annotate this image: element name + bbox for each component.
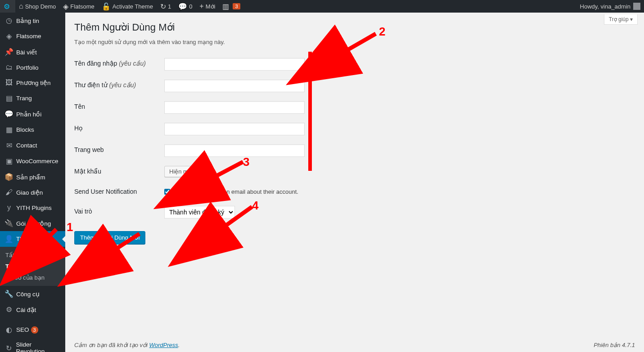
content-area: Trợ giúp ▾ Thêm Người Dùng Mới Tạo một n… xyxy=(65,13,644,352)
update-icon: ↻ xyxy=(160,2,166,11)
sidebar-sub-profile[interactable]: Hồ sơ của bạn xyxy=(0,272,65,283)
sidebar-item-media[interactable]: 🖼Phương tiện xyxy=(0,75,65,90)
vc-badge: 3 xyxy=(233,3,240,9)
wrench-icon: 🔧 xyxy=(5,290,14,298)
new-content-menu[interactable]: +Mới xyxy=(196,0,219,13)
activate-theme-menu[interactable]: 🔓Activate Theme xyxy=(98,0,157,13)
role-label: Vai trò xyxy=(74,208,92,215)
sidebar-item-yith[interactable]: yYITH Plugins xyxy=(0,200,65,215)
sidebar-item-flatsome[interactable]: ◈Flatsome xyxy=(0,28,65,44)
vc-icon: ▥ xyxy=(222,2,229,11)
username-input[interactable] xyxy=(164,58,305,71)
blocks-icon: ▦ xyxy=(5,125,14,134)
firstname-label: Tên xyxy=(74,103,85,110)
wp-logo-menu[interactable]: ⚙ xyxy=(0,0,15,13)
sidebar-item-plugins[interactable]: 🔌Gói mở rộng xyxy=(0,215,65,231)
footer: Cảm ơn bạn đã khởi tạo với WordPress. Ph… xyxy=(74,342,635,348)
sidebar-item-blocks[interactable]: ▦Blocks xyxy=(0,122,65,138)
flatsome-icon: ◈ xyxy=(5,32,14,40)
sidebar-item-posts[interactable]: 📌Bài viết xyxy=(0,44,65,60)
website-label: Trang web xyxy=(74,146,104,153)
sidebar-item-tools[interactable]: 🔧Công cụ xyxy=(0,286,65,302)
site-name: Shop Demo xyxy=(25,3,56,10)
page-icon: ▤ xyxy=(5,94,14,102)
sidebar-item-contact[interactable]: ✉Contact xyxy=(0,138,65,153)
sidebar-item-slider[interactable]: ↻Slider Revolution xyxy=(0,338,65,352)
website-input[interactable] xyxy=(164,144,305,157)
seo-icon: ◐ xyxy=(5,325,14,334)
submit-button[interactable]: Thêm Người Dùng Mới xyxy=(74,231,145,244)
password-label: Mật khẩu xyxy=(74,168,101,175)
slider-icon: ↻ xyxy=(5,344,14,352)
user-icon: 👤 xyxy=(5,235,14,243)
sidebar-sub-add-new[interactable]: Thêm mới xyxy=(0,261,65,272)
dashboard-icon: ◷ xyxy=(5,16,14,25)
page-title: Thêm Người Dùng Mới xyxy=(74,22,635,33)
comments-menu[interactable]: 💬0 xyxy=(175,0,196,13)
send-notif-checkbox[interactable] xyxy=(164,189,170,195)
help-tab[interactable]: Trợ giúp ▾ xyxy=(604,14,638,25)
sidebar-item-woocommerce[interactable]: ▣WooCommerce xyxy=(0,153,65,169)
admin-sidebar: ◷Bảng tin ◈Flatsome 📌Bài viết 🗂Portfolio… xyxy=(0,13,65,352)
wordpress-link[interactable]: WordPress xyxy=(149,342,178,348)
brush-icon: 🖌 xyxy=(5,188,14,196)
comment-icon: 💬 xyxy=(5,110,14,118)
my-account-menu[interactable]: Howdy, vina_admin xyxy=(576,3,644,10)
woocommerce-icon: ▣ xyxy=(5,157,14,165)
flatsome-menu[interactable]: ◈Flatsome xyxy=(59,0,98,13)
version-text: Phiên bản 4.7.1 xyxy=(594,342,635,348)
users-submenu: Tất Cả Người Dùng Thêm mới Hồ sơ của bạn xyxy=(0,247,65,286)
vc-menu[interactable]: ▥3 xyxy=(219,0,243,13)
wordpress-icon: ⚙ xyxy=(4,2,10,11)
lastname-label: Họ xyxy=(74,125,83,132)
email-input[interactable] xyxy=(164,80,305,92)
seo-badge: 3 xyxy=(31,326,38,334)
sidebar-item-appearance[interactable]: 🖌Giao diện xyxy=(0,185,65,200)
product-icon: 📦 xyxy=(5,173,14,181)
sidebar-item-comments[interactable]: 💬Phản hồi xyxy=(0,106,65,122)
send-notif-desc: Send the new user an email about their a… xyxy=(173,188,298,195)
unlock-icon: 🔓 xyxy=(102,2,111,11)
sidebar-item-portfolio[interactable]: 🗂Portfolio xyxy=(0,60,65,75)
username-label: Tên đăng nhập xyxy=(74,60,117,67)
avatar xyxy=(633,3,640,10)
sidebar-item-pages[interactable]: ▤Trang xyxy=(0,90,65,106)
firstname-input[interactable] xyxy=(164,101,305,114)
send-notif-label: Send User Notification xyxy=(74,188,137,195)
admin-bar: ⚙ ⌂Shop Demo ◈Flatsome 🔓Activate Theme ↻… xyxy=(0,0,644,13)
email-label: Thư điện tử xyxy=(74,81,108,89)
sidebar-item-users[interactable]: 👤Thành viên xyxy=(0,231,65,247)
settings-icon: ⚙ xyxy=(5,305,14,314)
comment-icon: 💬 xyxy=(178,2,187,11)
pin-icon: 📌 xyxy=(5,48,14,56)
show-password-button[interactable]: Hiện mật khẩu xyxy=(164,166,213,177)
media-icon: 🖼 xyxy=(5,79,14,87)
site-name-menu[interactable]: ⌂Shop Demo xyxy=(15,0,59,13)
sidebar-item-products[interactable]: 📦Sản phẩm xyxy=(0,169,65,185)
sidebar-item-seo[interactable]: ◐SEO3 xyxy=(0,322,65,338)
updates-menu[interactable]: ↻1 xyxy=(157,0,175,13)
plugin-icon: 🔌 xyxy=(5,219,14,227)
page-description: Tạo một người sử dụng mới và thêm vào tr… xyxy=(74,39,635,45)
yith-icon: y xyxy=(5,204,14,212)
flatsome-icon: ◈ xyxy=(63,2,68,11)
sidebar-item-settings[interactable]: ⚙Cài đặt xyxy=(0,302,65,317)
home-icon: ⌂ xyxy=(19,2,23,10)
portfolio-icon: 🗂 xyxy=(5,63,14,71)
mail-icon: ✉ xyxy=(5,141,14,150)
role-select[interactable]: Thành viên đăng ký xyxy=(164,206,235,218)
sidebar-item-dashboard[interactable]: ◷Bảng tin xyxy=(0,13,65,28)
user-form: Tên đăng nhập (yêu cầu) Thư điện tử (yêu… xyxy=(74,53,305,223)
plus-icon: + xyxy=(199,2,203,10)
lastname-input[interactable] xyxy=(164,123,305,135)
sidebar-sub-all-users[interactable]: Tất Cả Người Dùng xyxy=(0,250,65,261)
